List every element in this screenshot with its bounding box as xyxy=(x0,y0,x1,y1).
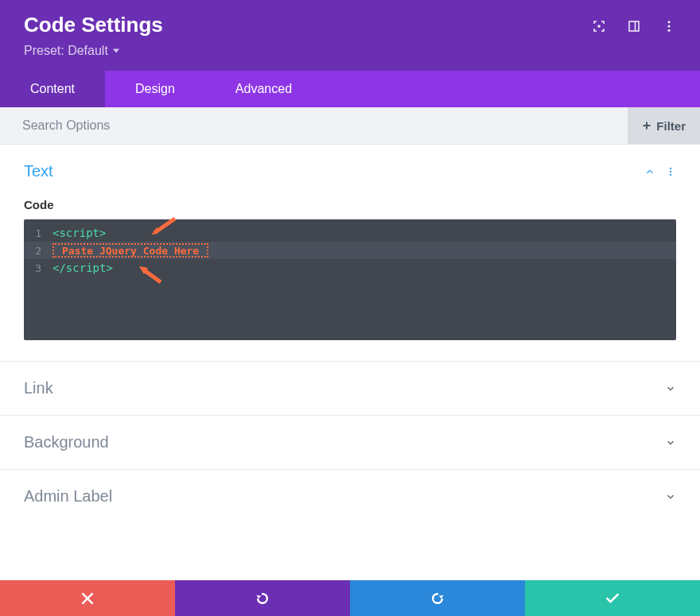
section-admin-label-title: Admin Label xyxy=(24,487,112,506)
filter-label: Filter xyxy=(656,119,686,133)
caret-down-icon xyxy=(113,48,119,54)
code-label: Code xyxy=(24,198,676,211)
close-button[interactable] xyxy=(0,580,175,616)
section-background-header[interactable]: Background xyxy=(0,416,700,469)
section-link-header[interactable]: Link xyxy=(0,362,700,415)
close-icon xyxy=(80,591,95,606)
code-field: Code 1 <script> 2 Paste JQuery Code Here… xyxy=(0,198,700,361)
search-input[interactable] xyxy=(0,107,628,144)
tab-design[interactable]: Design xyxy=(105,71,205,107)
undo-button[interactable] xyxy=(175,580,350,616)
modal-footer xyxy=(0,580,700,616)
preset-dropdown[interactable]: Preset: Default xyxy=(0,44,143,71)
filter-button[interactable]: Filter xyxy=(628,107,700,144)
plus-icon xyxy=(642,121,651,130)
redo-button[interactable] xyxy=(350,580,525,616)
chevron-down-icon xyxy=(665,491,676,502)
preset-label: Preset: Default xyxy=(24,44,108,58)
check-icon xyxy=(605,591,620,606)
section-text: Text Code 1 <script> 2 Paste JQuery Code… xyxy=(0,145,700,362)
frame-icon[interactable] xyxy=(592,19,606,33)
section-kebab-icon[interactable] xyxy=(665,165,676,179)
chevron-down-icon xyxy=(665,383,676,394)
undo-icon xyxy=(255,591,270,606)
save-button[interactable] xyxy=(525,580,700,616)
panel-icon[interactable] xyxy=(627,19,641,33)
line-number: 2 xyxy=(24,245,48,257)
search-row: Filter xyxy=(0,107,700,145)
line-number: 3 xyxy=(24,262,48,274)
redo-icon xyxy=(430,591,445,606)
svg-point-6 xyxy=(670,173,671,175)
section-link-title: Link xyxy=(24,379,53,397)
code-text: <script> xyxy=(52,227,106,239)
svg-point-1 xyxy=(668,21,671,23)
modal-header: Code Settings Preset: Default xyxy=(0,0,700,71)
tab-advanced[interactable]: Advanced xyxy=(205,71,322,107)
svg-point-5 xyxy=(670,170,671,172)
section-link: Link xyxy=(0,362,700,416)
tab-content[interactable]: Content xyxy=(0,71,105,107)
chevron-up-icon xyxy=(644,166,655,177)
section-background-title: Background xyxy=(24,433,109,451)
svg-rect-0 xyxy=(598,25,601,28)
header-actions xyxy=(592,19,676,33)
svg-point-2 xyxy=(668,25,671,28)
code-line-1: 1 <script> xyxy=(24,224,676,242)
line-number: 1 xyxy=(24,227,48,239)
code-text: </script> xyxy=(52,262,113,274)
modal-title: Code Settings xyxy=(24,13,163,37)
annotation-paste-here: Paste JQuery Code Here xyxy=(52,243,208,258)
section-background: Background xyxy=(0,416,700,470)
kebab-icon[interactable] xyxy=(662,19,676,33)
section-text-header[interactable]: Text xyxy=(0,145,700,198)
chevron-down-icon xyxy=(665,437,676,448)
section-admin-label: Admin Label xyxy=(0,470,700,523)
section-text-title: Text xyxy=(24,162,53,180)
section-admin-label-header[interactable]: Admin Label xyxy=(0,470,700,523)
code-editor[interactable]: 1 <script> 2 Paste JQuery Code Here 3 </… xyxy=(24,219,676,340)
svg-point-4 xyxy=(670,167,671,169)
code-line-2: 2 Paste JQuery Code Here xyxy=(24,242,676,259)
code-line-3: 3 </script> xyxy=(24,259,676,277)
svg-point-3 xyxy=(668,29,671,32)
tabs-bar: Content Design Advanced xyxy=(0,71,700,107)
